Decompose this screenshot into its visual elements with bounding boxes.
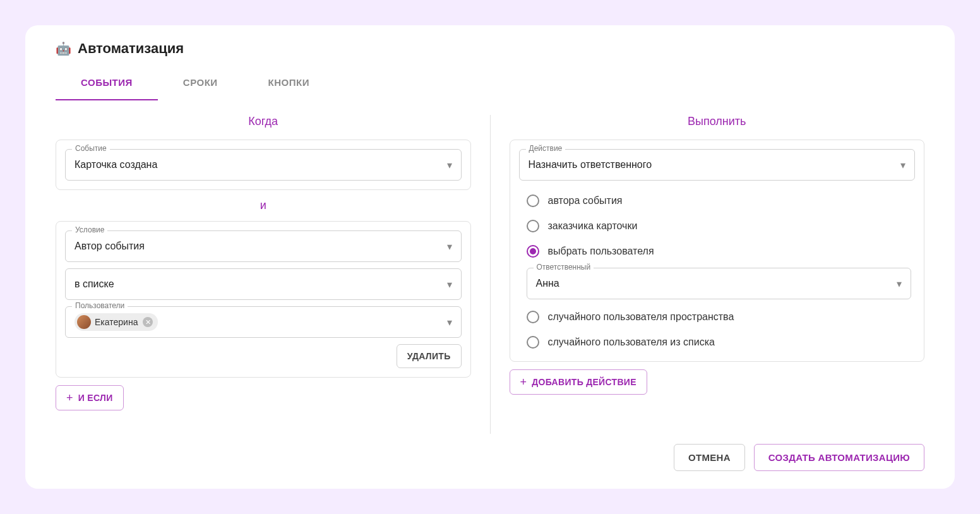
chevron-down-icon: ▾ <box>900 159 905 171</box>
condition-panel-footer: УДАЛИТЬ <box>65 344 462 368</box>
radio-label: автора события <box>548 195 623 206</box>
responsible-label: Ответственный <box>534 263 594 272</box>
radio-label: случайного пользователя из списка <box>548 337 715 348</box>
event-value: Карточка создана <box>75 159 447 170</box>
remove-chip-icon[interactable]: ✕ <box>143 317 153 327</box>
operator-select[interactable]: в списке ▾ <box>65 268 462 300</box>
radio-event-author[interactable]: автора события <box>527 188 912 213</box>
radio-icon <box>527 336 539 349</box>
add-if-button[interactable]: + И ЕСЛИ <box>56 385 124 410</box>
chevron-down-icon: ▾ <box>447 241 452 253</box>
radio-icon <box>527 311 539 323</box>
action-label: Действие <box>526 144 566 153</box>
add-action-button[interactable]: + ДОБАВИТЬ ДЕЙСТВИЕ <box>510 369 647 395</box>
dialog-footer: ОТМЕНА СОЗДАТЬ АВТОМАТИЗАЦИЮ <box>56 444 924 471</box>
event-label: Событие <box>72 144 110 153</box>
when-column: Когда Событие Карточка создана ▾ и Услов… <box>56 115 490 434</box>
chip-label: Екатерина <box>95 317 138 327</box>
radio-card-customer[interactable]: заказчика карточки <box>527 213 912 239</box>
radio-choose-user[interactable]: выбрать пользователя <box>527 239 912 264</box>
event-select[interactable]: Событие Карточка создана ▾ <box>65 149 462 181</box>
users-select[interactable]: Пользователи Екатерина ✕ ▾ <box>65 306 462 338</box>
radio-icon <box>527 220 539 232</box>
avatar <box>77 315 91 329</box>
cancel-button[interactable]: ОТМЕНА <box>674 444 745 471</box>
plus-icon: + <box>66 392 73 403</box>
chevron-down-icon: ▾ <box>447 316 452 328</box>
condition-label: Условие <box>72 225 107 234</box>
responsible-select[interactable]: Ответственный Анна ▾ <box>527 268 912 299</box>
radio-icon <box>527 194 539 207</box>
radio-random-list-user[interactable]: случайного пользователя из списка <box>527 330 912 355</box>
condition-select[interactable]: Условие Автор события ▾ <box>65 230 462 262</box>
radio-label: случайного пользователя пространства <box>548 311 734 323</box>
chevron-down-icon: ▾ <box>897 278 902 290</box>
when-title: Когда <box>56 115 471 128</box>
do-column: Выполнить Действие Назначить ответственн… <box>491 115 925 434</box>
robot-icon: 🤖 <box>56 41 71 56</box>
radio-label: выбрать пользователя <box>548 246 654 257</box>
action-select[interactable]: Действие Назначить ответственного ▾ <box>519 149 916 181</box>
tab-deadlines[interactable]: СРОКИ <box>158 69 243 100</box>
condition-value: Автор события <box>75 241 447 252</box>
action-value: Назначить ответственного <box>529 159 901 170</box>
add-action-label: ДОБАВИТЬ ДЕЙСТВИЕ <box>532 377 636 387</box>
delete-condition-button[interactable]: УДАЛИТЬ <box>397 344 462 368</box>
plus-icon: + <box>520 376 527 388</box>
condition-panel: Условие Автор события ▾ в списке ▾ Польз… <box>56 221 471 378</box>
radio-label: заказчика карточки <box>548 220 638 232</box>
operator-value: в списке <box>75 278 447 290</box>
columns: Когда Событие Карточка создана ▾ и Услов… <box>56 115 924 434</box>
add-if-label: И ЕСЛИ <box>78 393 113 403</box>
user-chip: Екатерина ✕ <box>75 313 158 331</box>
radio-random-space-user[interactable]: случайного пользователя пространства <box>527 304 912 330</box>
action-panel: Действие Назначить ответственного ▾ авто… <box>510 140 925 362</box>
event-panel: Событие Карточка создана ▾ <box>56 140 471 190</box>
create-automation-button[interactable]: СОЗДАТЬ АВТОМАТИЗАЦИЮ <box>754 444 924 471</box>
chevron-down-icon: ▾ <box>447 159 452 171</box>
tabs: СОБЫТИЯ СРОКИ КНОПКИ <box>56 69 924 101</box>
radio-icon <box>527 245 539 258</box>
responsible-value: Анна <box>536 278 897 289</box>
conjunction-and: и <box>56 199 471 212</box>
page-header: 🤖 Автоматизация <box>56 40 924 57</box>
tab-buttons[interactable]: КНОПКИ <box>243 69 335 100</box>
tab-events[interactable]: СОБЫТИЯ <box>56 69 158 100</box>
users-label: Пользователи <box>72 301 128 310</box>
automation-card: 🤖 Автоматизация СОБЫТИЯ СРОКИ КНОПКИ Ког… <box>25 25 955 489</box>
page-title: Автоматизация <box>78 40 184 57</box>
do-title: Выполнить <box>510 115 925 128</box>
chevron-down-icon: ▾ <box>447 278 452 290</box>
responsible-radio-group: автора события заказчика карточки выбрат… <box>519 184 916 357</box>
